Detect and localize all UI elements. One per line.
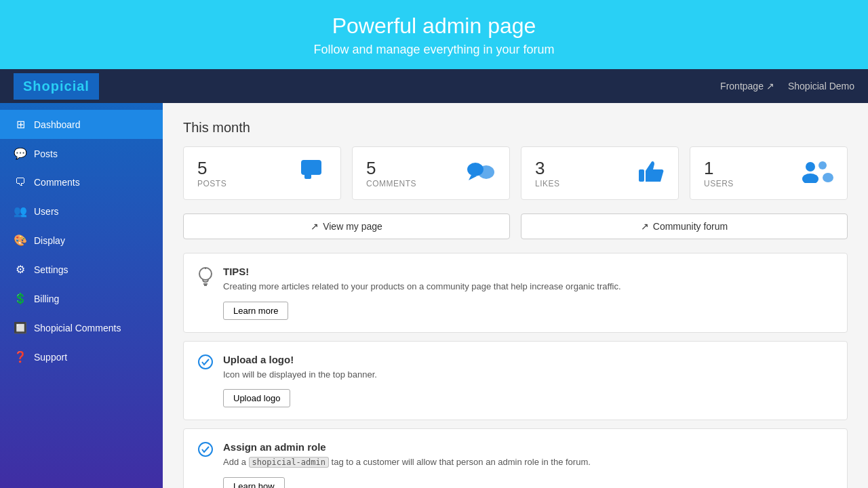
upload-logo-button[interactable]: Upload logo (223, 389, 290, 407)
section-title: This month (183, 120, 848, 136)
stat-posts-label: POSTS (197, 179, 226, 188)
learn-more-button[interactable]: Learn more (223, 302, 288, 320)
sidebar-item-comments[interactable]: 🗨 Comments (0, 168, 163, 197)
main-content: This month 5 POSTS (163, 103, 868, 488)
comments-icon: 🗨 (14, 176, 27, 188)
sidebar-label-support: Support (34, 352, 67, 363)
sidebar-label-shopicial-comments: Shopicial Comments (34, 323, 121, 333)
svg-point-10 (199, 268, 212, 280)
assign-admin-body: Assign an admin role Add a shopicial-adm… (223, 441, 833, 488)
external-icon-2: ↗ (641, 221, 649, 232)
upload-logo-title: Upload a logo! (223, 354, 833, 365)
stat-card-likes: 3 LIKES (521, 146, 679, 200)
external-link-icon: ↗ (766, 81, 774, 92)
svg-point-3 (478, 165, 494, 179)
sidebar-item-support[interactable]: ❓ Support (0, 342, 163, 371)
learn-how-button[interactable]: Learn how (223, 477, 285, 489)
stat-users-number: 1 (704, 158, 734, 179)
billing-icon: 💲 (14, 292, 27, 305)
upload-logo-text: Icon will be displayed in the top banner… (223, 368, 833, 382)
support-icon: ❓ (14, 350, 27, 363)
stat-users-icon (801, 159, 833, 188)
sidebar-item-users[interactable]: 👥 Users (0, 197, 163, 226)
tips-card: TIPS! Creating more articles related to … (183, 253, 848, 333)
sidebar-item-settings[interactable]: ⚙ Settings (0, 255, 163, 284)
view-my-page-button[interactable]: ↗ View my page (183, 214, 510, 239)
sidebar-item-display[interactable]: 🎨 Display (0, 226, 163, 255)
check-circle-icon (197, 354, 214, 374)
stat-users-label: USERS (704, 179, 734, 188)
sidebar-label-display: Display (34, 235, 65, 246)
svg-point-15 (199, 443, 212, 456)
sidebar-item-billing[interactable]: 💲 Billing (0, 284, 163, 313)
app-shell: ⊞ Dashboard 💬 Posts 🗨 Comments 👥 Users 🎨… (0, 103, 868, 488)
stat-posts-icon (300, 159, 327, 188)
lightbulb-icon (197, 267, 214, 290)
sidebar-label-comments: Comments (34, 177, 80, 188)
stat-likes-icon (637, 159, 665, 188)
sidebar-item-posts[interactable]: 💬 Posts (0, 139, 163, 168)
tips-text: Creating more articles related to your p… (223, 280, 833, 293)
upload-logo-body: Upload a logo! Icon will be displayed in… (223, 354, 833, 408)
sidebar: ⊞ Dashboard 💬 Posts 🗨 Comments 👥 Users 🎨… (0, 103, 163, 488)
logo-text: Shop (23, 79, 60, 94)
sidebar-item-shopicial-comments[interactable]: 🔲 Shopicial Comments (0, 313, 163, 342)
sidebar-label-posts: Posts (34, 148, 58, 159)
hero-banner: Powerful admin page Follow and manage ev… (0, 0, 868, 69)
stat-card-comments: 5 COMMENTS (352, 146, 510, 200)
check-circle-icon-2 (197, 441, 214, 462)
svg-rect-0 (301, 160, 321, 175)
stat-comments-icon (466, 159, 496, 188)
admin-tag: shopicial-admin (249, 457, 329, 468)
logo-highlight: icial (60, 79, 90, 94)
shopicial-comments-icon: 🔲 (14, 321, 27, 334)
svg-point-7 (802, 174, 818, 183)
sidebar-label-dashboard: Dashboard (34, 119, 81, 130)
svg-rect-1 (304, 174, 311, 179)
hero-title: Powerful admin page (0, 14, 868, 39)
stat-comments-number: 5 (366, 158, 416, 179)
frontpage-label: Frontpage (720, 81, 764, 92)
logo[interactable]: Shopicial (14, 73, 99, 100)
top-nav-right: Frontpage ↗ Shopicial Demo (720, 81, 854, 92)
upload-logo-card: Upload a logo! Icon will be displayed in… (183, 341, 848, 421)
view-my-page-label: View my page (323, 221, 382, 232)
stat-card-posts: 5 POSTS (183, 146, 341, 200)
assign-admin-card: Assign an admin role Add a shopicial-adm… (183, 428, 848, 488)
action-row: ↗ View my page ↗ Community forum (183, 214, 848, 239)
posts-icon: 💬 (14, 147, 27, 160)
stat-likes-label: LIKES (535, 179, 560, 188)
hero-subtitle: Follow and manage everything in your for… (0, 43, 868, 57)
sidebar-label-users: Users (34, 206, 59, 217)
dashboard-icon: ⊞ (14, 118, 27, 131)
display-icon: 🎨 (14, 234, 27, 247)
settings-icon: ⚙ (14, 263, 27, 276)
demo-label: Shopicial Demo (788, 81, 854, 92)
svg-point-9 (823, 173, 833, 182)
top-nav: Shopicial Frontpage ↗ Shopicial Demo (0, 69, 868, 103)
sidebar-item-dashboard[interactable]: ⊞ Dashboard (0, 110, 163, 139)
tips-card-body: TIPS! Creating more articles related to … (223, 266, 833, 320)
demo-link[interactable]: Shopicial Demo (788, 81, 854, 92)
stat-comments-label: COMMENTS (366, 179, 416, 188)
stats-row: 5 POSTS 5 COMMENTS (183, 146, 848, 200)
svg-rect-5 (639, 169, 644, 182)
svg-point-8 (818, 161, 827, 169)
community-forum-button[interactable]: ↗ Community forum (521, 214, 848, 239)
sidebar-label-billing: Billing (34, 293, 59, 304)
assign-admin-title: Assign an admin role (223, 441, 833, 453)
stat-posts-number: 5 (197, 158, 226, 179)
users-icon: 👥 (14, 205, 27, 218)
external-icon: ↗ (311, 221, 319, 232)
stat-card-users: 1 USERS (690, 146, 848, 200)
tips-title: TIPS! (223, 266, 833, 277)
svg-point-6 (806, 162, 815, 171)
svg-point-14 (199, 355, 212, 369)
frontpage-link[interactable]: Frontpage ↗ (720, 81, 774, 92)
assign-admin-text: Add a shopicial-admin tag to a customer … (223, 455, 833, 469)
stat-likes-number: 3 (535, 158, 560, 179)
sidebar-label-settings: Settings (34, 264, 68, 275)
community-forum-label: Community forum (653, 221, 728, 232)
